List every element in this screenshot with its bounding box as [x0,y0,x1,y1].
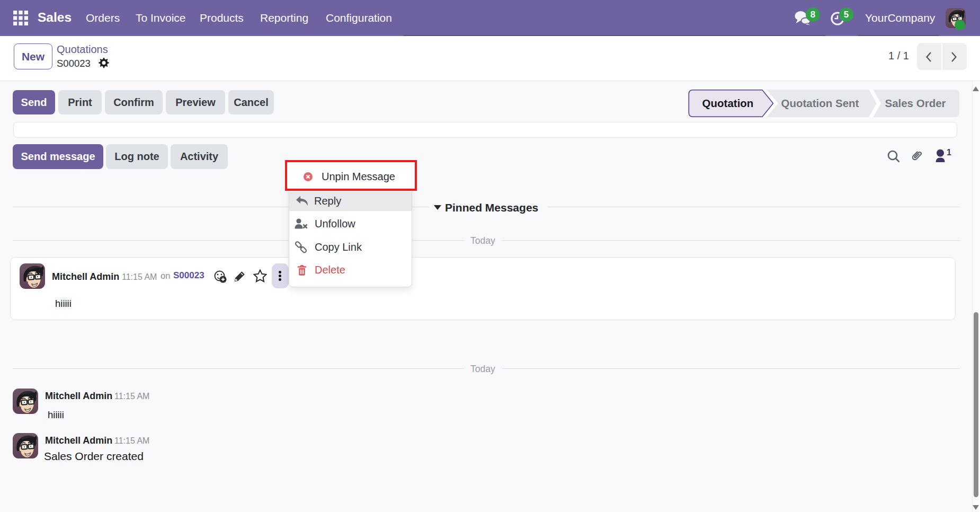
svg-text:Quotation Sent: Quotation Sent [781,97,859,109]
svg-text:Quotation: Quotation [702,97,754,109]
svg-text:Sales Order: Sales Order [885,97,946,109]
